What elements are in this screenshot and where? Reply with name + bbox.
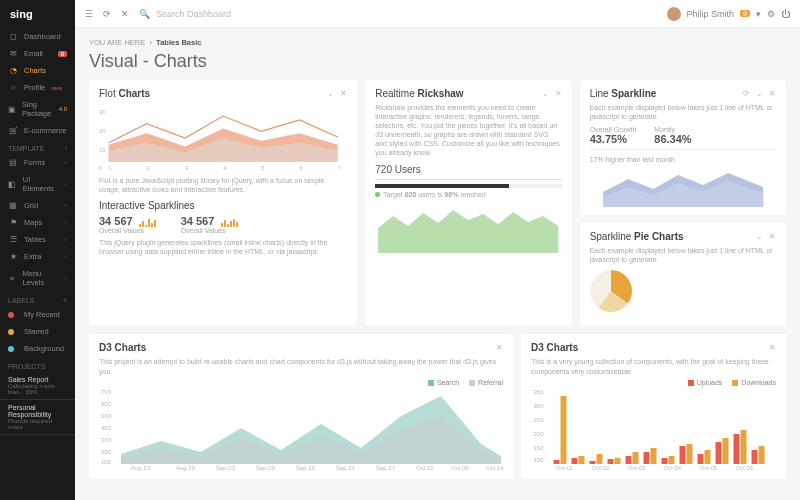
svg-text:Sep 21: Sep 21 (336, 465, 356, 471)
close-icon[interactable]: ✕ (340, 89, 347, 98)
project-item[interactable]: Personal ResponsibilityProvide required … (0, 400, 75, 435)
sidebar-item-email[interactable]: ✉Email9 (0, 45, 75, 62)
svg-text:100: 100 (101, 459, 112, 465)
svg-text:Aug 23: Aug 23 (131, 465, 151, 471)
svg-text:7: 7 (338, 165, 341, 171)
search-input[interactable]: Search Dashboard (156, 9, 231, 19)
charts-icon: ◔ (8, 66, 18, 75)
email-icon: ✉ (8, 49, 18, 58)
svg-rect-57 (687, 444, 693, 464)
svg-rect-63 (741, 430, 747, 464)
svg-text:2: 2 (147, 165, 150, 171)
sidebar-item-ui-elements[interactable]: ◧UI Elements‹ (0, 171, 75, 197)
add-icon[interactable]: + (63, 297, 67, 304)
sidebar-item-menu-levels[interactable]: ≡Menu Levels‹ (0, 265, 75, 291)
refresh-icon[interactable]: ⟳ (743, 89, 750, 98)
label-background[interactable]: Background (0, 340, 75, 357)
page-title: Visual - Charts (89, 51, 786, 72)
sidebar-item-profile[interactable]: ☺Profilenew (0, 79, 75, 96)
svg-rect-49 (615, 458, 621, 464)
svg-rect-55 (669, 456, 675, 464)
search-icon[interactable]: 🔍 (139, 9, 150, 19)
svg-rect-65 (759, 446, 765, 464)
flot-card: Flot Charts ⌄✕ 3020100 1234567 Flot is a… (89, 80, 357, 326)
svg-rect-42 (554, 460, 560, 464)
svg-text:Oct 08: Oct 08 (451, 465, 469, 471)
close-icon[interactable]: ✕ (555, 89, 562, 98)
sing package-icon: ▣ (8, 105, 16, 114)
svg-text:Oct 06: Oct 06 (736, 465, 754, 471)
menu-icon[interactable]: ☰ (85, 9, 93, 19)
sidebar-item-sing-package[interactable]: ▣Sing Package4.0 (0, 96, 75, 122)
flot-chart: 3020100 1234567 (99, 103, 347, 173)
close-icon[interactable]: ✕ (496, 343, 503, 352)
close-icon[interactable]: ✕ (769, 232, 776, 241)
d3-left-card: D3 Charts✕ This project is an attempt to… (89, 334, 513, 478)
svg-text:400: 400 (101, 425, 112, 431)
sparkline-2 (220, 215, 238, 227)
chevron-down-icon[interactable]: ▾ (756, 9, 761, 19)
svg-text:Sep 27: Sep 27 (376, 465, 396, 471)
rickshaw-chart (375, 198, 561, 253)
label-my-recent[interactable]: My Recent (0, 306, 75, 323)
rickshaw-card: Realtime Rickshaw⌄✕ Rickshaw provides th… (365, 80, 571, 326)
sidebar-item-maps[interactable]: ⚑Maps‹ (0, 214, 75, 231)
chevron-icon: ‹ (65, 158, 68, 167)
svg-text:Oct 01: Oct 01 (556, 465, 574, 471)
svg-rect-61 (723, 438, 729, 464)
svg-text:30: 30 (99, 109, 105, 115)
close-icon[interactable]: ✕ (769, 89, 776, 98)
svg-rect-60 (716, 442, 722, 464)
svg-text:Oct 03: Oct 03 (628, 465, 646, 471)
close-icon[interactable]: ✕ (769, 343, 776, 352)
close-icon[interactable]: ✕ (121, 9, 129, 19)
avatar[interactable] (667, 7, 681, 21)
chevron-icon: ‹ (65, 252, 68, 261)
refresh-icon[interactable]: ⟳ (103, 9, 111, 19)
user-name[interactable]: Philip Smith (687, 9, 735, 19)
chevron-down-icon[interactable]: ⌄ (327, 89, 334, 98)
svg-text:700: 700 (101, 389, 112, 395)
svg-text:300: 300 (534, 403, 545, 409)
svg-rect-56 (680, 446, 686, 464)
power-icon[interactable]: ⏻ (781, 9, 790, 19)
sidebar-item-charts[interactable]: ◔Charts (0, 62, 75, 79)
svg-text:Aug 29: Aug 29 (176, 465, 196, 471)
user-badge: 9 (740, 10, 750, 17)
svg-rect-48 (608, 459, 614, 464)
svg-text:10: 10 (99, 147, 105, 153)
sparklines-title: Interactive Sparklines (99, 200, 347, 211)
project-item[interactable]: Sales ReportCalculating x-axis bias... 6… (0, 372, 75, 400)
sidebar-item-e-commerce[interactable]: 🛒E-commerce (0, 122, 75, 139)
label-starred[interactable]: Starred (0, 323, 75, 340)
svg-rect-45 (579, 456, 585, 464)
svg-text:600: 600 (101, 401, 112, 407)
chevron-icon: ‹ (65, 274, 68, 283)
d3-area-chart: 700600500400300200100 Aug 23Aug 29Sep 03… (99, 386, 503, 471)
sidebar-item-dashboard[interactable]: ◻Dashboard (0, 28, 75, 45)
svg-text:Sep 09: Sep 09 (256, 465, 276, 471)
sidebar-item-extra[interactable]: ★Extra‹ (0, 248, 75, 265)
svg-rect-43 (561, 396, 567, 464)
progress-bar (375, 184, 561, 188)
target-text: Target 820 users is 96% reached (375, 191, 561, 198)
collapse-icon[interactable]: › (65, 145, 67, 152)
sidebar-item-tables[interactable]: ☰Tables‹ (0, 231, 75, 248)
chevron-down-icon[interactable]: ⌄ (756, 232, 763, 241)
sidebar-item-grid[interactable]: ▦Grid‹ (0, 197, 75, 214)
sidebar-item-forms[interactable]: ▤Forms‹ (0, 154, 75, 171)
svg-text:100: 100 (534, 457, 545, 463)
svg-rect-62 (734, 434, 740, 464)
svg-rect-53 (651, 448, 657, 464)
svg-rect-58 (698, 454, 704, 464)
gear-icon[interactable]: ⚙ (767, 9, 775, 19)
svg-rect-44 (572, 458, 578, 464)
topbar: ☰ ⟳ ✕ 🔍 Search Dashboard Philip Smith 9 … (75, 0, 800, 28)
svg-rect-54 (662, 458, 668, 464)
chevron-down-icon[interactable]: ⌄ (756, 89, 763, 98)
chevron-icon: ‹ (65, 235, 68, 244)
svg-text:Oct 02: Oct 02 (416, 465, 434, 471)
svg-text:200: 200 (534, 431, 545, 437)
chevron-down-icon[interactable]: ⌄ (542, 89, 549, 98)
svg-text:Oct 05: Oct 05 (700, 465, 718, 471)
